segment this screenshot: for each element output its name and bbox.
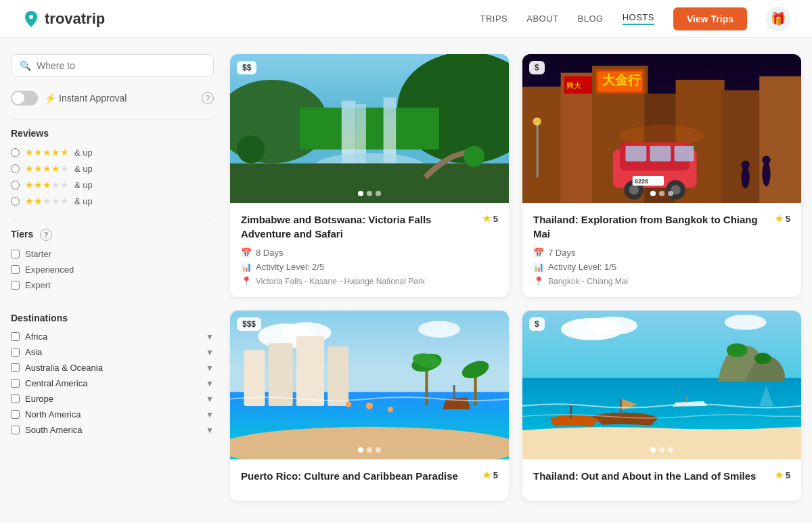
instant-approval-label: ⚡ Instant Approval <box>45 93 127 104</box>
tier-experienced-checkbox[interactable] <box>11 265 20 274</box>
gift-icon-button[interactable]: 🎁 <box>766 7 790 31</box>
search-icon: 🔍 <box>20 60 31 71</box>
view-trips-button[interactable]: View Trips <box>673 7 747 30</box>
svg-rect-62 <box>453 385 455 399</box>
toggle-knob <box>12 92 24 104</box>
dest-africa-label: Africa <box>25 332 200 342</box>
rating-star-1: ★ <box>482 212 491 226</box>
rating-star-2: ★ <box>775 212 784 226</box>
svg-rect-51 <box>269 343 293 406</box>
svg-text:6226: 6226 <box>635 178 649 185</box>
dest-north-america: North America ▼ <box>11 409 214 419</box>
trip-card-3[interactable]: $$$ Puerto Rico: Culture and Caribbean P… <box>230 311 509 501</box>
dest-south-america-checkbox[interactable] <box>11 426 20 434</box>
search-input[interactable] <box>37 60 205 71</box>
svg-point-61 <box>346 402 351 407</box>
review-radio-3[interactable] <box>11 181 20 189</box>
card-body-1: Zimbabwe and Botswana: Victoria Falls Ad… <box>230 203 509 297</box>
svg-point-43 <box>620 125 704 146</box>
thailand-beach-svg <box>522 311 801 459</box>
waterfall-svg <box>230 54 509 203</box>
card-rating-3: ★ 5 <box>482 469 498 482</box>
nav-hosts[interactable]: HOSTS <box>623 12 654 25</box>
review-label-2: & up <box>74 196 93 206</box>
tier-starter-checkbox[interactable] <box>11 250 20 258</box>
nav-about[interactable]: ABOUT <box>526 14 558 24</box>
dest-africa-chevron[interactable]: ▼ <box>206 332 214 342</box>
svg-rect-4 <box>300 108 439 150</box>
instant-approval-help-icon[interactable]: ? <box>202 92 214 104</box>
dest-south-america-label: South America <box>25 425 200 435</box>
stars-2: ★★★★★ <box>25 196 69 206</box>
destinations-section: Destinations Africa ▼ Asia ▼ Australia &… <box>11 313 214 435</box>
instant-approval-row: ⚡ Instant Approval ? <box>11 91 214 106</box>
stars-5: ★★★★★ <box>25 147 69 158</box>
dest-asia-checkbox[interactable] <box>11 348 20 357</box>
main-nav: TRIPS ABOUT BLOG HOSTS View Trips 🎁 <box>480 7 790 31</box>
dest-africa-checkbox[interactable] <box>11 332 20 341</box>
svg-rect-71 <box>570 406 572 419</box>
rating-star-4: ★ <box>775 469 784 482</box>
nav-trips[interactable]: TRIPS <box>480 14 508 24</box>
dest-central-america-chevron[interactable]: ▼ <box>206 379 214 388</box>
review-option-3: ★★★★★ & up <box>11 179 214 190</box>
svg-rect-70 <box>620 399 622 415</box>
tier-expert-checkbox[interactable] <box>11 281 20 290</box>
dest-europe-chevron[interactable]: ▼ <box>206 394 214 404</box>
trips-grid: $$ Zimbabwe and Botswana: Victoria Falls… <box>230 54 801 501</box>
card-title-4: Thailand: Out and About in the Land of S… <box>533 469 790 483</box>
dest-central-america-label: Central America <box>25 378 200 388</box>
nav-blog[interactable]: BLOG <box>578 14 604 24</box>
svg-point-33 <box>629 185 639 194</box>
dot-6 <box>668 191 673 196</box>
card-location-2: 📍 Bangkok - Chiang Mai <box>533 276 790 286</box>
tiers-help-icon[interactable]: ? <box>40 229 52 241</box>
instant-approval-toggle[interactable] <box>11 91 38 106</box>
review-radio-4[interactable] <box>11 164 20 173</box>
dest-europe-checkbox[interactable] <box>11 394 20 403</box>
trip-card-1[interactable]: $$ Zimbabwe and Botswana: Victoria Falls… <box>230 54 509 297</box>
svg-point-60 <box>388 407 393 412</box>
dest-north-america-checkbox[interactable] <box>11 410 20 419</box>
card-location-1: 📍 Victoria Falls - Kasane - Hwange Natio… <box>241 276 498 286</box>
stars-4: ★★★★★ <box>25 163 69 174</box>
location-icon-1: 📍 <box>241 276 252 286</box>
dest-australia-checkbox[interactable] <box>11 363 20 372</box>
dest-australia-chevron[interactable]: ▼ <box>206 363 214 373</box>
dest-asia: Asia ▼ <box>11 347 214 357</box>
svg-point-59 <box>366 403 373 409</box>
card-activity-2: 📊 Activity Level: 1/5 <box>533 262 790 272</box>
dot-indicators-1 <box>358 191 381 196</box>
calendar-icon-2: 📅 <box>533 248 544 258</box>
dot-1 <box>358 191 363 196</box>
dest-asia-chevron[interactable]: ▼ <box>206 348 214 357</box>
stars-3: ★★★★★ <box>25 179 69 190</box>
svg-point-38 <box>533 118 541 126</box>
svg-point-66 <box>725 315 767 330</box>
location-icon-2: 📍 <box>533 276 544 286</box>
card-image-2: 大金行 興大 <box>522 54 801 203</box>
reviews-section: Reviews ★★★★★ & up ★★★★★ & up ★★★★★ & up… <box>11 128 214 206</box>
price-badge-2: $ <box>529 61 545 74</box>
dot-11 <box>659 447 664 453</box>
svg-point-49 <box>230 427 509 459</box>
dot-8 <box>367 447 372 453</box>
dest-south-america-chevron[interactable]: ▼ <box>206 426 214 435</box>
dot-10 <box>650 447 656 453</box>
dest-europe: Europe ▼ <box>11 394 214 404</box>
bolt-icon: ⚡ <box>45 93 56 104</box>
dest-north-america-chevron[interactable]: ▼ <box>206 410 214 419</box>
review-radio-5[interactable] <box>11 148 20 157</box>
dest-australia-label: Australia & Oceania <box>25 363 200 373</box>
review-radio-2[interactable] <box>11 197 20 206</box>
trip-card-4[interactable]: $ Thailand: Out and About in the Land of… <box>522 311 801 501</box>
activity-icon-2: 📊 <box>533 262 544 272</box>
logo[interactable]: trovatrip <box>22 9 105 28</box>
card-image-4: $ <box>522 311 801 459</box>
dest-asia-label: Asia <box>25 347 200 357</box>
review-option-5: ★★★★★ & up <box>11 147 214 158</box>
bangkok-svg: 大金行 興大 <box>522 54 801 203</box>
dest-central-america-checkbox[interactable] <box>11 379 20 388</box>
trip-card-2[interactable]: 大金行 興大 <box>522 54 801 297</box>
review-option-4: ★★★★★ & up <box>11 163 214 174</box>
